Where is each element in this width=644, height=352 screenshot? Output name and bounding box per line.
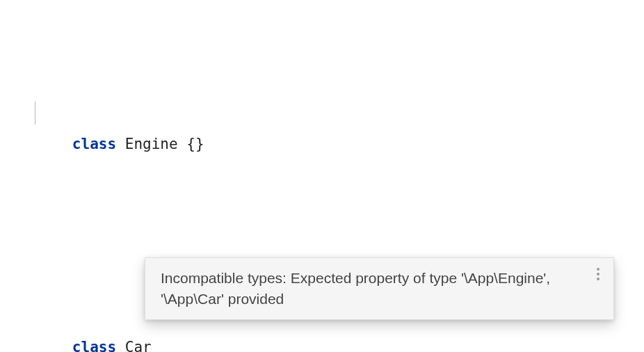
keyword-class: class	[72, 136, 116, 152]
more-actions-icon[interactable]	[591, 268, 605, 280]
class-name: Car	[125, 339, 152, 353]
inspection-tooltip: Incompatible types: Expected property of…	[145, 257, 614, 320]
keyword-class: class	[72, 339, 116, 353]
tooltip-message: Incompatible types: Expected property of…	[161, 270, 550, 307]
code-line[interactable]: class Engine {}	[19, 81, 644, 106]
caret	[35, 102, 35, 125]
space	[116, 136, 125, 152]
braces: {}	[178, 136, 204, 152]
class-name: Engine	[125, 136, 178, 152]
space	[116, 339, 125, 353]
code-line-empty[interactable]	[19, 182, 644, 208]
